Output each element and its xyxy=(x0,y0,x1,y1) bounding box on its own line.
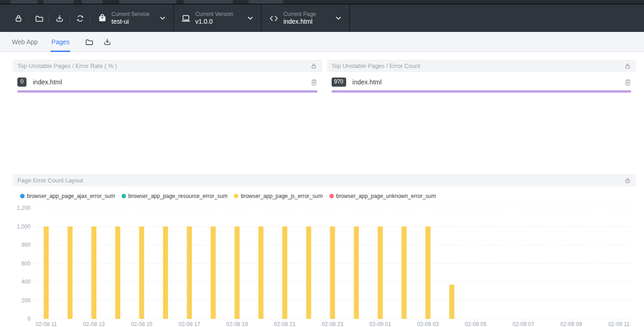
panel-title: Top Unstable Pages / Error Count xyxy=(332,62,420,69)
page-name: index.html xyxy=(33,78,62,86)
panel-page-error-count-layout: Page Error Count Layout browser_app_page… xyxy=(13,174,636,327)
bar-browser_app_page_js_error_sum[interactable] xyxy=(401,227,406,319)
x-axis-label: 02-08 21 xyxy=(274,321,296,327)
error-count-bar xyxy=(332,90,632,93)
download-button[interactable] xyxy=(102,37,112,47)
bar-browser_app_page_js_error_sum[interactable] xyxy=(211,227,216,319)
bar-browser_app_page_js_error_sum[interactable] xyxy=(449,285,454,319)
cut-off-button[interactable] xyxy=(119,0,176,4)
refresh-icon xyxy=(76,14,84,23)
legend-item-browser_app_page_js_error_sum[interactable]: browser_app_page_js_error_sum xyxy=(234,193,322,199)
x-axis-label: 02-08 23 xyxy=(322,321,343,327)
legend-item-browser_app_page_resource_error_sum[interactable]: browser_app_page_resource_error_sum xyxy=(121,193,227,199)
x-axis-label: 02-09 01 xyxy=(370,321,391,327)
value-badge: 970 xyxy=(332,78,346,86)
page-row[interactable]: 970 index.html xyxy=(327,77,636,87)
lock-button[interactable] xyxy=(624,177,631,184)
copy-button[interactable] xyxy=(311,78,317,86)
cut-off-button[interactable] xyxy=(43,0,74,4)
tab-pages[interactable]: Pages xyxy=(51,32,71,52)
legend-label: browser_app_page_unknown_error_sum xyxy=(336,193,436,199)
clipboard-icon xyxy=(311,78,317,86)
bar-browser_app_page_js_error_sum[interactable] xyxy=(115,227,120,319)
clipboard-icon xyxy=(624,78,631,86)
bar-browser_app_page_js_error_sum[interactable] xyxy=(139,227,144,319)
value-badge: 0 xyxy=(17,78,26,86)
tab-web-app[interactable]: Web App xyxy=(11,32,39,52)
cut-off-button[interactable] xyxy=(11,0,37,4)
current-version-selector[interactable]: Current Version v1.0.0 xyxy=(174,11,261,26)
section-divider xyxy=(349,5,350,32)
error-rate-bar xyxy=(17,90,317,93)
copy-button[interactable] xyxy=(624,78,631,86)
y-axis-label: 0 xyxy=(27,316,31,322)
x-axis-label: 02-08 19 xyxy=(226,321,248,327)
folder-button[interactable] xyxy=(84,37,94,47)
legend-item-browser_app_page_ajax_error_sum[interactable]: browser_app_page_ajax_error_sum xyxy=(20,193,115,199)
current-page-label: Current Page xyxy=(283,11,325,17)
error-count-chart[interactable]: 02004006008001,0001,20002-08 1102-08 130… xyxy=(13,204,636,327)
folder-icon xyxy=(35,14,43,23)
bar-browser_app_page_js_error_sum[interactable] xyxy=(235,227,240,319)
folder-button[interactable] xyxy=(34,13,44,23)
legend-label: browser_app_page_resource_error_sum xyxy=(128,193,227,199)
x-axis-label: 02-09 09 xyxy=(560,321,582,327)
chart-legend: browser_app_page_ajax_error_sumbrowser_a… xyxy=(20,192,636,200)
bar-browser_app_page_js_error_sum[interactable] xyxy=(378,227,383,319)
x-axis-label: 02-08 13 xyxy=(83,321,105,327)
legend-item-browser_app_page_unknown_error_sum[interactable]: browser_app_page_unknown_error_sum xyxy=(329,193,436,199)
lock-icon xyxy=(14,14,23,23)
folder-icon xyxy=(85,38,93,46)
lock-icon xyxy=(311,63,317,69)
header-bar: Current Service test-ui Current Version … xyxy=(0,5,644,32)
bar-browser_app_page_js_error_sum[interactable] xyxy=(163,227,168,319)
code-icon xyxy=(269,14,279,23)
download-icon xyxy=(103,38,111,46)
chevron-down-icon xyxy=(159,15,166,21)
y-axis-label: 1,200 xyxy=(17,205,31,211)
current-service-value: test-ui xyxy=(111,18,149,26)
cut-off-button[interactable] xyxy=(184,0,233,4)
panel-title: Top Unstable Pages / Error Rate ( % ) xyxy=(17,62,117,69)
x-axis-label: 02-08 11 xyxy=(36,321,57,327)
bar-browser_app_page_js_error_sum[interactable] xyxy=(91,227,96,319)
x-axis-label: 02-09 11 xyxy=(608,321,630,327)
bar-browser_app_page_js_error_sum[interactable] xyxy=(44,227,49,319)
panel-error-rate: Top Unstable Pages / Error Rate ( % ) 0 … xyxy=(13,60,322,93)
panel-header: Top Unstable Pages / Error Count xyxy=(327,60,636,72)
current-page-selector[interactable]: Current Page index.html xyxy=(262,11,349,26)
current-service-selector[interactable]: Current Service test-ui xyxy=(90,11,173,26)
x-axis-label: 02-08 17 xyxy=(179,321,201,327)
y-axis-label: 1,000 xyxy=(17,223,31,230)
laptop-icon xyxy=(181,14,190,23)
cut-off-button[interactable] xyxy=(248,0,283,4)
refresh-button[interactable] xyxy=(75,13,85,23)
y-axis-label: 600 xyxy=(21,260,31,267)
x-axis-label: 02-08 15 xyxy=(131,321,153,327)
divider xyxy=(69,14,70,23)
bar-browser_app_page_js_error_sum[interactable] xyxy=(330,227,335,319)
cut-off-button[interactable] xyxy=(82,0,103,4)
current-service-label: Current Service xyxy=(111,11,149,17)
x-axis-label: 02-09 03 xyxy=(417,321,439,327)
y-axis-label: 200 xyxy=(21,297,31,304)
bar-browser_app_page_js_error_sum[interactable] xyxy=(259,227,264,319)
bar-browser_app_page_js_error_sum[interactable] xyxy=(282,227,287,319)
service-box-icon xyxy=(98,14,107,23)
bar-browser_app_page_js_error_sum[interactable] xyxy=(425,227,430,319)
bar-browser_app_page_js_error_sum[interactable] xyxy=(187,227,192,319)
lock-button[interactable] xyxy=(310,62,317,70)
download-icon xyxy=(55,14,64,23)
legend-dot xyxy=(329,194,334,198)
lock-button[interactable] xyxy=(624,62,631,70)
current-page-value: index.html xyxy=(283,18,325,26)
bar-browser_app_page_js_error_sum[interactable] xyxy=(306,227,311,319)
bar-browser_app_page_js_error_sum[interactable] xyxy=(68,227,73,319)
legend-label: browser_app_page_js_error_sum xyxy=(241,193,322,199)
y-axis-label: 800 xyxy=(21,242,31,248)
download-button[interactable] xyxy=(54,13,64,23)
bar-browser_app_page_js_error_sum[interactable] xyxy=(354,227,359,319)
page-row[interactable]: 0 index.html xyxy=(13,77,322,87)
lock-button[interactable] xyxy=(13,13,23,23)
tab-bar: Web AppPages xyxy=(0,32,644,52)
